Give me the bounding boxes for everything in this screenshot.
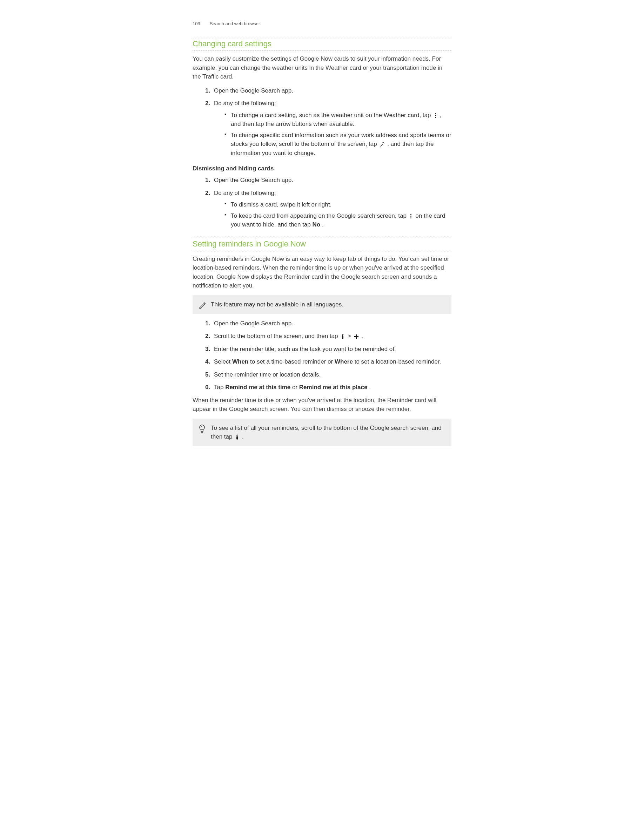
- step-item: Open the Google Search app.: [212, 176, 451, 185]
- step-item: Enter the reminder title, such as the ta…: [212, 345, 451, 354]
- step-text: Select: [214, 358, 232, 365]
- step-text: .: [369, 384, 371, 391]
- tip-callout: To see a list of all your reminders, scr…: [193, 419, 451, 446]
- bullet-text: To keep the card from appearing on the G…: [231, 212, 408, 219]
- bullet-item: To change a card setting, such as the we…: [224, 111, 451, 129]
- note-text: This feature may not be available in all…: [211, 300, 343, 309]
- section-intro: You can easily customize the settings of…: [193, 54, 451, 81]
- step-text: to set a time-based reminder or: [250, 358, 335, 365]
- magic-wand-icon: [379, 141, 385, 148]
- tip-text-part: To see a list of all your reminders, scr…: [211, 425, 442, 441]
- document-page: 109 Search and web browser Changing card…: [161, 0, 483, 479]
- bullet-item: To change specific card information such…: [224, 131, 451, 158]
- lightbulb-icon: [198, 423, 211, 433]
- bold-label-remind-place: Remind me at this place: [299, 384, 368, 391]
- section-divider: Setting reminders in Google Now: [193, 237, 451, 251]
- step-text: or: [292, 384, 299, 391]
- step-item: Set the reminder time or location detail…: [212, 370, 451, 380]
- step-item: Open the Google Search app.: [212, 86, 451, 95]
- section-intro: Creating reminders in Google Now is an e…: [193, 254, 451, 290]
- step-item: Do any of the following: To change a car…: [212, 99, 451, 158]
- step-text: Tap: [214, 384, 225, 391]
- tip-text-part: .: [242, 433, 244, 440]
- step-text: Scroll to the bottom of the screen, and …: [214, 333, 340, 339]
- steps-list: Open the Google Search app. Do any of th…: [193, 86, 451, 158]
- step-item: Tap Remind me at this time or Remind me …: [212, 383, 451, 392]
- page-number: 109: [193, 21, 208, 26]
- step-item: Select When to set a time-based reminder…: [212, 357, 451, 367]
- more-vert-icon: [409, 213, 413, 219]
- reminder-hand-icon: [235, 434, 240, 441]
- bold-label-remind-time: Remind me at this time: [225, 384, 290, 391]
- bullet-item: To dismiss a card, swipe it left or righ…: [224, 200, 451, 209]
- step-item: Do any of the following: To dismiss a ca…: [212, 189, 451, 229]
- bold-label-where: Where: [335, 358, 353, 365]
- step-item: Open the Google Search app.: [212, 319, 451, 328]
- svg-point-0: [383, 142, 384, 143]
- section-heading-setting-reminders: Setting reminders in Google Now: [193, 239, 451, 249]
- tip-text: To see a list of all your reminders, scr…: [211, 423, 446, 441]
- steps-list: Open the Google Search app. Scroll to th…: [193, 319, 451, 392]
- reminder-hand-icon: [340, 333, 345, 340]
- bullet-text: .: [322, 221, 324, 228]
- svg-point-2: [382, 142, 383, 143]
- breadcrumb: Search and web browser: [210, 21, 260, 26]
- step-item: Scroll to the bottom of the screen, and …: [212, 332, 451, 341]
- bold-label-when: When: [232, 358, 248, 365]
- section-divider: Changing card settings: [193, 37, 451, 51]
- step-text: Do any of the following:: [214, 100, 276, 106]
- bullet-list: To change a card setting, such as the we…: [214, 111, 451, 158]
- section-heading-changing-card-settings: Changing card settings: [193, 39, 451, 49]
- step-text: to set a location-based reminder.: [355, 358, 441, 365]
- step-text: >: [348, 333, 353, 339]
- step-text: .: [361, 333, 363, 339]
- bullet-list: To dismiss a card, swipe it left or righ…: [214, 200, 451, 229]
- section-outro: When the reminder time is due or when yo…: [193, 396, 451, 414]
- bullet-text: To change a card setting, such as the we…: [231, 112, 433, 119]
- plus-icon: [354, 333, 359, 340]
- page-header: 109 Search and web browser: [193, 21, 451, 26]
- steps-list: Open the Google Search app. Do any of th…: [193, 176, 451, 229]
- bold-label-no: No: [312, 221, 320, 228]
- bullet-item: To keep the card from appearing on the G…: [224, 211, 451, 229]
- step-text: Do any of the following:: [214, 190, 276, 196]
- subsection-heading-dismissing: Dismissing and hiding cards: [193, 165, 451, 172]
- note-callout: This feature may not be available in all…: [193, 295, 451, 314]
- svg-point-3: [200, 425, 204, 430]
- svg-point-1: [384, 143, 385, 144]
- more-vert-icon: [433, 113, 437, 119]
- pencil-icon: [198, 300, 211, 309]
